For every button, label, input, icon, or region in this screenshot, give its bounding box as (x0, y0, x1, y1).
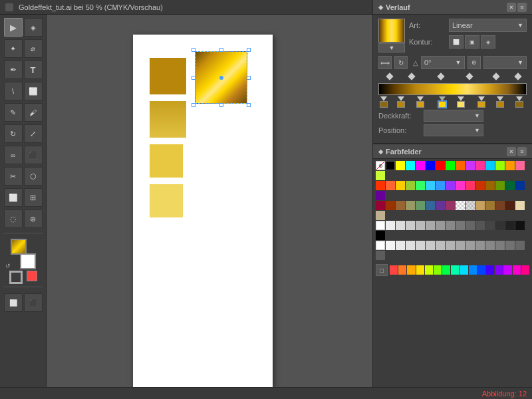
gold-square-3[interactable] (150, 144, 183, 178)
gold-square-1[interactable] (150, 58, 186, 94)
close-button[interactable] (5, 3, 13, 11)
s-r2-10[interactable] (466, 181, 475, 190)
s-gray8[interactable] (456, 221, 465, 230)
stop-diamond-2[interactable] (408, 72, 415, 80)
gold-square-2[interactable] (150, 101, 186, 138)
s-gray7[interactable] (446, 221, 455, 230)
s-gray1[interactable] (386, 221, 395, 230)
s-r2-11[interactable] (475, 181, 485, 190)
shape-tool[interactable]: ⬜ (24, 82, 43, 100)
gradient-thumbnail[interactable] (378, 19, 405, 43)
type-tool[interactable]: T (24, 61, 43, 79)
s-lg3[interactable] (396, 241, 405, 250)
s-lg14[interactable] (505, 241, 515, 250)
handle-tl[interactable] (192, 48, 196, 52)
stop-bottom-6[interactable] (477, 96, 485, 108)
swatch-amber[interactable] (505, 161, 515, 170)
blend-tool[interactable]: ∞ (4, 146, 23, 164)
line-tool[interactable]: \ (4, 82, 23, 100)
swatch-ltblue[interactable] (485, 161, 495, 170)
eraser-tool[interactable]: ⬡ (24, 167, 43, 186)
s-lg9[interactable] (456, 241, 465, 250)
s-r3-10[interactable] (485, 201, 495, 210)
stop-bottom-3[interactable] (416, 96, 424, 108)
s-r3-1[interactable] (376, 201, 385, 210)
mesh-tool[interactable]: ⊞ (24, 188, 43, 207)
screen-mode-2[interactable]: ⬛ (24, 293, 43, 312)
s-r3-7[interactable] (436, 201, 445, 210)
bc-5[interactable] (425, 265, 433, 275)
selection-tool[interactable]: ▶ (4, 18, 23, 37)
handle-mr[interactable] (247, 76, 251, 80)
s-gray2[interactable] (396, 221, 405, 230)
rotate-grad-btn[interactable]: ↻ (394, 56, 408, 69)
pencil-tool[interactable]: ✎ (4, 103, 23, 122)
special-icon[interactable]: ⊕ (467, 56, 481, 69)
kontur-btn-2[interactable]: ▣ (465, 35, 479, 49)
swatch-none[interactable]: ⊕ (376, 161, 385, 170)
swatch-magenta[interactable] (416, 161, 425, 170)
s-r2-15[interactable] (515, 181, 525, 190)
stop-bottom-1[interactable] (380, 96, 388, 108)
s-r2-9[interactable] (456, 181, 465, 190)
s-gray5[interactable] (426, 221, 435, 230)
s-lg5[interactable] (416, 241, 425, 250)
s-lg11[interactable] (475, 241, 485, 250)
handle-br[interactable] (247, 103, 251, 107)
bc-10[interactable] (469, 265, 477, 275)
direct-selection-tool[interactable]: ◈ (24, 18, 43, 37)
swatch-purple[interactable] (466, 161, 475, 170)
swatch-yellow[interactable] (396, 161, 405, 170)
s-r3-4[interactable] (406, 201, 415, 210)
bc-1[interactable] (390, 265, 398, 275)
stop-bottom-5[interactable] (457, 96, 465, 108)
s-gray10[interactable] (475, 221, 485, 230)
zoom-tool[interactable]: ⊕ (24, 209, 43, 228)
swatch-green[interactable] (446, 161, 455, 170)
bc-4[interactable] (416, 265, 424, 275)
s-r2-16[interactable] (376, 191, 385, 200)
gradient-type-dropdown[interactable]: ▼ (378, 43, 405, 53)
verlauf-panel-header[interactable]: ◆ Verlauf × ≡ (373, 0, 532, 15)
swatch-pink[interactable] (475, 161, 485, 170)
s-gray4[interactable] (416, 221, 425, 230)
farbfelder-close-btn[interactable]: × (507, 147, 516, 156)
s-gray11[interactable] (485, 221, 495, 230)
handle-tm[interactable] (219, 48, 223, 52)
brush-tool[interactable]: 🖌 (24, 103, 43, 122)
paint-bucket[interactable]: ⬛ (24, 146, 43, 164)
s-r2-7[interactable] (436, 181, 445, 190)
s-lg2[interactable] (386, 241, 395, 250)
bc-14[interactable] (503, 265, 511, 275)
stop-diamond-1[interactable] (386, 72, 393, 80)
s-lg12[interactable] (485, 241, 495, 250)
s-r3-14[interactable] (376, 211, 385, 220)
special-input[interactable]: ▼ (483, 56, 527, 69)
position-input[interactable]: ▼ (424, 124, 483, 136)
s-pattern-2[interactable] (466, 201, 475, 210)
handle-bl[interactable] (192, 103, 196, 107)
s-r3-9[interactable] (475, 201, 485, 210)
s-lg13[interactable] (495, 241, 505, 250)
s-lg4[interactable] (406, 241, 415, 250)
s-gray3[interactable] (406, 221, 415, 230)
s-white[interactable] (376, 221, 385, 230)
s-r3-12[interactable] (505, 201, 515, 210)
angle-input[interactable]: 0° ▼ (421, 56, 465, 69)
panel-menu-btn[interactable]: ≡ (517, 3, 527, 12)
reverse-btn[interactable]: ⟺ (378, 56, 392, 69)
background-color[interactable] (20, 253, 36, 269)
deckkraft-input[interactable]: ▼ (424, 110, 483, 122)
s-lg1[interactable] (376, 241, 385, 250)
s-gray13[interactable] (505, 221, 515, 230)
add-swatch-btn[interactable]: □ (376, 264, 388, 276)
s-gray6[interactable] (436, 221, 445, 230)
swatch-yelgreen[interactable] (376, 171, 385, 180)
s-lg10[interactable] (466, 241, 475, 250)
s-r2-2[interactable] (386, 181, 395, 190)
s-lg8[interactable] (446, 241, 455, 250)
farbfelder-panel-header[interactable]: ◆ Farbfelder × ≡ (373, 144, 532, 159)
eyedropper-tool[interactable]: ◌ (4, 209, 23, 228)
swatch-ltgreen[interactable] (495, 161, 505, 170)
s-r3-2[interactable] (386, 201, 395, 210)
